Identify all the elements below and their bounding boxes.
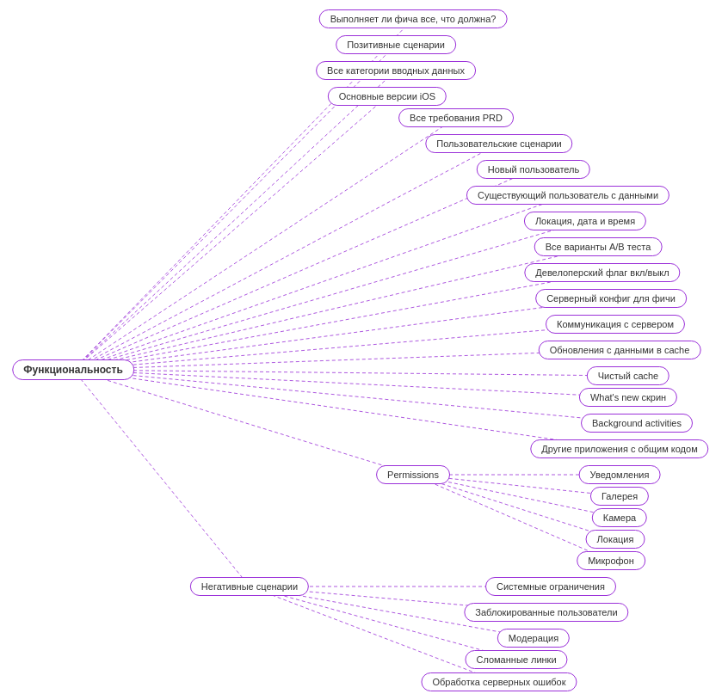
- svg-line-11: [73, 298, 611, 370]
- mind-map-node: Основные версии iOS: [328, 87, 447, 106]
- svg-line-12: [73, 324, 615, 370]
- svg-line-14: [73, 370, 628, 376]
- svg-line-4: [73, 118, 456, 370]
- svg-line-9: [73, 247, 598, 370]
- mind-map-node: Permissions: [376, 465, 450, 484]
- mind-map-node: Системные ограничения: [485, 577, 616, 596]
- svg-line-3: [73, 96, 387, 370]
- svg-line-24: [413, 475, 611, 561]
- svg-line-6: [73, 169, 534, 370]
- mind-map-node: Коммуникация с сервером: [546, 315, 685, 334]
- mind-map-node: Серверный конфиг для фичи: [535, 289, 687, 308]
- svg-line-2: [73, 71, 396, 370]
- mind-map-node: Галерея: [590, 487, 649, 506]
- mind-map-node: Все варианты А/В теста: [534, 237, 663, 256]
- mind-map-node: Функциональность: [12, 359, 134, 380]
- mind-map-node: Локация, дата и время: [524, 212, 646, 230]
- svg-line-13: [73, 350, 620, 370]
- svg-line-18: [73, 370, 413, 475]
- svg-line-15: [73, 370, 628, 397]
- mind-map-node: Все категории вводных данных: [316, 61, 476, 80]
- svg-line-16: [73, 370, 637, 423]
- mind-map-node: Background activities: [581, 414, 693, 433]
- mind-map-node: Микрофон: [577, 551, 645, 570]
- svg-line-5: [73, 144, 499, 370]
- mind-map-node: Пользовательские сценарии: [425, 134, 572, 153]
- mind-map-node: Другие приложения с общим кодом: [530, 439, 708, 458]
- svg-line-28: [250, 586, 516, 660]
- svg-line-19: [73, 370, 250, 586]
- mind-map-node: Уведомления: [579, 465, 661, 484]
- mind-map-node: Негативные сценарии: [190, 577, 309, 596]
- mind-map-node: Обработка серверных ошибок: [421, 672, 577, 691]
- mind-map-node: Заблокированные пользователи: [464, 603, 628, 622]
- svg-line-10: [73, 273, 602, 370]
- mind-map: ФункциональностьВыполняет ли фича все, ч…: [0, 0, 728, 700]
- svg-line-7: [73, 195, 568, 370]
- mind-map-node: Чистый cache: [587, 366, 669, 385]
- svg-line-17: [73, 370, 620, 449]
- mind-map-node: Позитивные сценарии: [336, 35, 456, 54]
- mind-map-node: Все требования PRD: [398, 108, 514, 127]
- mind-map-node: Новый пользователь: [477, 160, 590, 179]
- mind-map-node: Локация: [586, 530, 645, 549]
- mind-map-node: Модерация: [497, 629, 570, 648]
- mind-map-node: Сломанные линки: [465, 650, 567, 669]
- svg-line-29: [250, 586, 499, 682]
- mind-map-node: Выполняет ли фича все, что должна?: [319, 9, 508, 28]
- mind-map-node: Обновления с данными в cache: [539, 341, 701, 359]
- svg-line-23: [413, 475, 615, 539]
- mind-map-node: Камера: [592, 508, 647, 527]
- mind-map-node: Девелоперский флаг вкл/выкл: [524, 263, 680, 282]
- mind-map-node: Существующий пользователь с данными: [466, 186, 669, 205]
- svg-line-8: [73, 221, 585, 370]
- mind-map-node: What's new скрин: [579, 388, 677, 407]
